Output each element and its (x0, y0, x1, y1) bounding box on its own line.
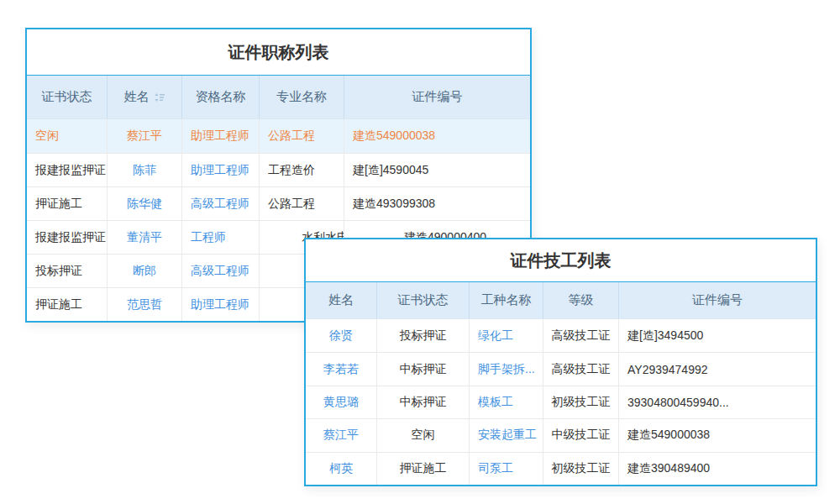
cell-cert-status: 报建报监押证 (27, 221, 108, 254)
column-header-name[interactable]: 姓名 (108, 76, 182, 118)
cell-cert-number: 建[造]4590045 (344, 154, 530, 186)
cell-qualification[interactable]: 助理工程师 (182, 288, 260, 321)
cell-worktype[interactable]: 脚手架拆... (470, 353, 543, 385)
table-row[interactable]: 空闲 蔡江平 助理工程师 公路工程 建造549000038 (27, 119, 530, 153)
cell-cert-status: 中标押证 (377, 386, 470, 418)
cell-name[interactable]: 范思哲 (108, 288, 182, 321)
cell-level: 中级技工证 (543, 419, 619, 451)
cell-cert-status: 空闲 (27, 119, 108, 153)
cell-cert-status: 押证施工 (377, 453, 470, 485)
cell-worktype[interactable]: 绿化工 (470, 319, 543, 352)
table-row[interactable]: 李若若 中标押证 脚手架拆... 高级技工证 AY2939474992 (306, 352, 816, 385)
cell-cert-status: 押证施工 (27, 187, 108, 220)
cell-level: 高级技工证 (543, 319, 619, 352)
column-header-major: 专业名称 (260, 76, 344, 118)
cell-qualification[interactable]: 助理工程师 (182, 154, 260, 186)
cell-cert-number: 建造493099308 (344, 187, 530, 220)
column-header-name: 姓名 (306, 282, 377, 318)
cell-cert-status: 投标押证 (27, 255, 108, 287)
column-header-qualification: 资格名称 (182, 76, 260, 118)
cell-name[interactable]: 陈华健 (108, 187, 182, 220)
cell-cert-number: 建造549000038 (619, 419, 816, 451)
table-row[interactable]: 黄思璐 中标押证 模板工 初级技工证 39304800459940... (306, 386, 816, 418)
table-header-row: 证书状态 姓名 资格名称 专业名称 证件编号 (27, 76, 530, 119)
cell-major: 工程造价 (260, 154, 344, 186)
cell-qualification[interactable]: 高级工程师 (182, 255, 260, 287)
cell-worktype[interactable]: 模板工 (470, 386, 543, 418)
cell-cert-status: 报建报监押证 (27, 154, 108, 186)
cell-name[interactable]: 陈菲 (108, 154, 182, 186)
cell-worktype[interactable]: 安装起重工 (470, 419, 543, 451)
cell-cert-status: 空闲 (377, 419, 470, 451)
column-header-cert-status: 证书状态 (27, 76, 108, 118)
column-header-cert-number: 证件编号 (619, 282, 816, 318)
column-header-cert-number: 证件编号 (344, 76, 530, 118)
cell-cert-number: 39304800459940... (619, 386, 816, 418)
cell-cert-status: 中标押证 (377, 353, 470, 385)
column-header-cert-status: 证书状态 (377, 282, 470, 318)
table-row[interactable]: 押证施工 陈华健 高级工程师 公路工程 建造493099308 (27, 186, 530, 220)
cell-major: 公路工程 (260, 187, 344, 220)
cell-cert-number: 建造390489400 (619, 453, 816, 485)
cell-name[interactable]: 断郎 (108, 255, 182, 287)
cell-cert-number: AY2939474992 (619, 353, 816, 385)
cell-level: 高级技工证 (543, 353, 619, 385)
table-row[interactable]: 报建报监押证 陈菲 助理工程师 工程造价 建[造]4590045 (27, 153, 530, 186)
cell-name[interactable]: 李若若 (306, 353, 377, 385)
cell-qualification[interactable]: 工程师 (182, 221, 260, 254)
cell-name[interactable]: 柯英 (306, 453, 377, 485)
cell-name[interactable]: 徐贤 (306, 319, 377, 352)
table-title: 证件职称列表 (27, 29, 530, 76)
cell-level: 初级技工证 (543, 386, 619, 418)
cell-name[interactable]: 蔡江平 (306, 419, 377, 451)
cell-cert-number: 建造549000038 (344, 119, 530, 153)
cell-cert-status: 投标押证 (377, 319, 470, 352)
cell-name[interactable]: 董清平 (108, 221, 182, 254)
table-row[interactable]: 徐贤 投标押证 绿化工 高级技工证 建[造]3494500 (306, 319, 816, 352)
cell-level: 初级技工证 (543, 453, 619, 485)
cell-cert-number: 建[造]3494500 (619, 319, 816, 352)
cell-cert-status: 押证施工 (27, 288, 108, 321)
column-header-label: 姓名 (124, 89, 150, 105)
table-row[interactable]: 蔡江平 空闲 安装起重工 中级技工证 建造549000038 (306, 418, 816, 451)
cell-name[interactable]: 蔡江平 (108, 119, 182, 153)
cell-qualification[interactable]: 助理工程师 (182, 119, 260, 153)
column-header-level: 等级 (543, 282, 619, 318)
sort-icon[interactable] (155, 92, 165, 102)
table-title: 证件技工列表 (306, 239, 816, 282)
column-header-worktype: 工种名称 (470, 282, 543, 318)
table-header-row: 姓名 证书状态 工种名称 等级 证件编号 (306, 282, 816, 319)
cell-major: 公路工程 (260, 119, 344, 153)
cell-qualification[interactable]: 高级工程师 (182, 187, 260, 220)
worker-certificate-table-card: 证件技工列表 姓名 证书状态 工种名称 等级 证件编号 徐贤 投标押证 绿化工 … (304, 238, 817, 486)
cell-worktype[interactable]: 司泵工 (470, 453, 543, 485)
cell-name[interactable]: 黄思璐 (306, 386, 377, 418)
table-row[interactable]: 柯英 押证施工 司泵工 初级技工证 建造390489400 (306, 452, 816, 485)
